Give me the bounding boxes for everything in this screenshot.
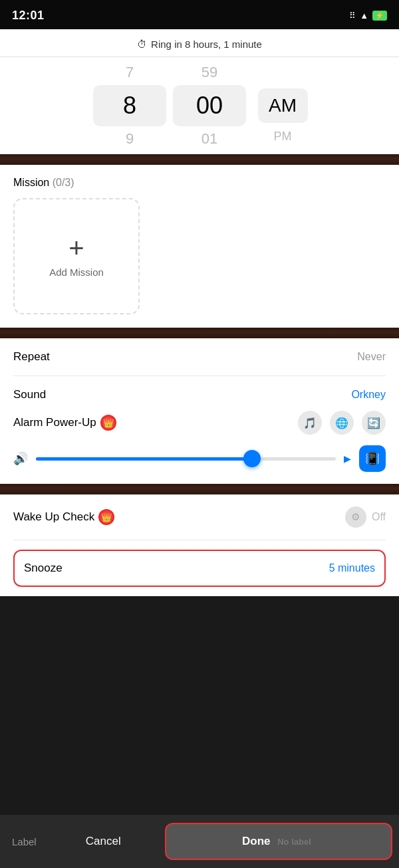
wake-up-value: Off xyxy=(372,511,386,523)
hour-selected[interactable]: 8 xyxy=(93,85,166,126)
vibrate-button[interactable]: 📳 xyxy=(359,445,386,472)
alarm-label-group: Alarm Power-Up 👑 xyxy=(13,415,116,431)
wake-label-group: Wake Up Check 👑 xyxy=(13,509,114,525)
minute-below: 01 xyxy=(201,126,217,152)
alarm-powerup-row[interactable]: Alarm Power-Up 👑 🎵 🌐 🔄 xyxy=(13,411,386,435)
status-bar: 12:01 ⠿ ▲ ⚡ xyxy=(0,0,399,29)
crown-icon: 👑 xyxy=(100,415,116,431)
wake-right: ⚙ Off xyxy=(345,506,386,528)
snooze-value: 5 minutes xyxy=(329,562,375,574)
repeat-section[interactable]: Repeat Never xyxy=(0,338,399,376)
add-mission-label: Add Mission xyxy=(49,267,104,278)
repeat-label: Repeat xyxy=(13,350,50,364)
wake-up-label: Wake Up Check xyxy=(13,510,94,524)
repeat-value: Never xyxy=(357,351,386,363)
battery-icon: ⚡ xyxy=(372,11,387,21)
minute-selected[interactable]: 00 xyxy=(173,85,246,126)
wake-icon-circle: ⚙ xyxy=(345,506,366,528)
minute-column[interactable]: 59 00 01 xyxy=(170,60,249,152)
alarm-icon-3[interactable]: 🔄 xyxy=(362,411,386,435)
wifi-icon: ▲ xyxy=(360,11,368,21)
sound-label: Sound xyxy=(13,388,46,401)
alarm-icons: 🎵 🌐 🔄 xyxy=(298,411,386,435)
play-button[interactable]: ▶ xyxy=(344,453,351,464)
snooze-wrapper: Snooze 5 minutes xyxy=(0,540,399,596)
divider-3 xyxy=(0,484,399,494)
wake-crown-icon: 👑 xyxy=(98,509,114,525)
wake-up-section[interactable]: Wake Up Check 👑 ⚙ Off xyxy=(0,494,399,540)
snooze-section[interactable]: Snooze 5 minutes xyxy=(13,550,386,587)
signal-icon: ⠿ xyxy=(349,11,356,21)
alarm-icon-1[interactable]: 🎵 xyxy=(298,411,322,435)
hour-above: 7 xyxy=(126,60,134,85)
volume-slider-fill xyxy=(36,457,252,461)
no-label-hint: No label xyxy=(273,837,315,847)
mission-section: Mission (0/3) + Add Mission xyxy=(0,165,399,328)
done-button[interactable]: Done No label xyxy=(165,823,392,860)
done-label: Done xyxy=(242,835,271,847)
sound-value: Orkney xyxy=(351,389,386,401)
volume-slider-thumb[interactable] xyxy=(243,450,261,467)
volume-row[interactable]: 🔊 ▶ 📳 xyxy=(13,445,386,472)
alarm-screen: ⏱ Ring in 8 hours, 1 minute 7 8 9 59 00 … xyxy=(0,29,399,596)
sound-section: Sound Orkney Alarm Power-Up 👑 🎵 🌐 🔄 xyxy=(0,376,399,484)
status-icons: ⠿ ▲ ⚡ xyxy=(349,11,387,21)
label-text: Label xyxy=(7,836,42,847)
ampm-column[interactable]: AM PM xyxy=(256,62,309,150)
vibrate-icon: 📳 xyxy=(365,451,380,466)
add-mission-button[interactable]: + Add Mission xyxy=(13,198,140,314)
status-time: 12:01 xyxy=(12,9,45,23)
alarm-icon-2[interactable]: 🌐 xyxy=(330,411,354,435)
mission-label: Mission xyxy=(13,177,49,188)
ring-label-text: Ring in 8 hours, 1 minute xyxy=(151,39,262,50)
ring-label: ⏱ Ring in 8 hours, 1 minute xyxy=(0,29,399,57)
snooze-label: Snooze xyxy=(24,562,63,575)
volume-icon: 🔊 xyxy=(13,451,28,466)
cancel-button[interactable]: Cancel xyxy=(47,825,160,857)
divider-1 xyxy=(0,154,399,165)
volume-slider-track[interactable] xyxy=(36,457,336,461)
hour-below: 9 xyxy=(126,126,134,152)
bottom-bar: Label Cancel Done No label xyxy=(0,815,399,868)
alarm-powerup-label: Alarm Power-Up xyxy=(13,416,96,429)
time-picker[interactable]: 7 8 9 59 00 01 AM PM xyxy=(0,57,399,154)
timer-icon: ⏱ xyxy=(137,39,147,50)
ampm-selected[interactable]: AM xyxy=(258,88,308,123)
sound-row[interactable]: Sound Orkney xyxy=(13,388,386,401)
minute-above: 59 xyxy=(201,60,217,85)
hour-column[interactable]: 7 8 9 xyxy=(90,60,170,152)
mission-count: (0/3) xyxy=(53,177,74,188)
mission-title: Mission (0/3) xyxy=(13,177,386,189)
add-mission-plus-icon: + xyxy=(68,235,84,261)
time-picker-section: ⏱ Ring in 8 hours, 1 minute 7 8 9 59 00 … xyxy=(0,29,399,154)
divider-2 xyxy=(0,328,399,338)
ampm-below[interactable]: PM xyxy=(274,123,292,150)
